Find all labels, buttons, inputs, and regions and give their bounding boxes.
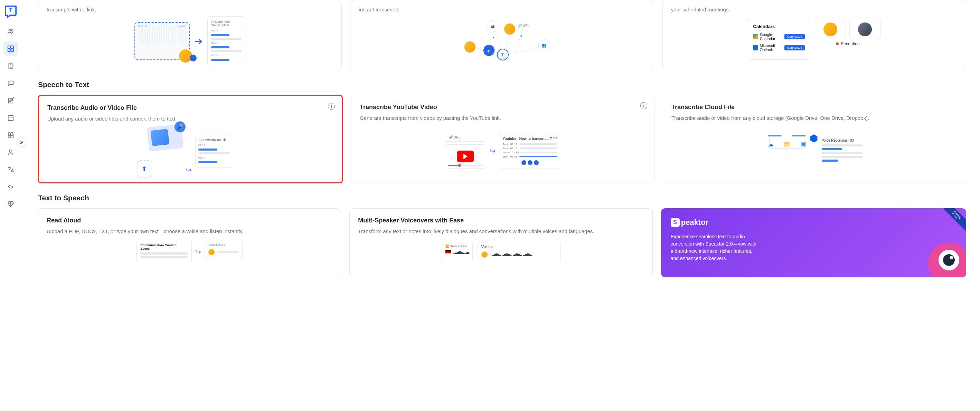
main-content: transcripts with a link. ● REC ➜ AI Gene… — [21, 0, 980, 291]
outlook-icon — [753, 45, 757, 51]
svg-rect-4 — [11, 46, 13, 48]
arrow-icon: ↪ — [186, 166, 192, 174]
play-icon — [457, 151, 474, 162]
avatar — [504, 23, 515, 35]
illustration-upload-file: 🎤 ⬆ ↪ 📄 Transcription File 01:12 01:12 — [47, 129, 334, 174]
dashboard-icon[interactable] — [3, 41, 18, 56]
card-share-transcripts[interactable]: transcripts with a link. ● REC ➜ AI Gene… — [38, 0, 342, 70]
url-label: 🔗 URL — [518, 24, 530, 28]
select-voice-label: Select Voice — [208, 243, 239, 247]
svg-point-9 — [10, 150, 12, 152]
avatar — [464, 41, 476, 53]
calendar-icon[interactable] — [3, 111, 18, 125]
edit-icon[interactable] — [3, 93, 18, 108]
app-logo-small: T — [497, 49, 509, 60]
svg-rect-7 — [8, 116, 13, 121]
section-text-to-speech: Text to Speech — [38, 194, 966, 202]
illustration-network: ▸ T 📹 👥 🔗 URL — [359, 19, 645, 63]
select-voice-label: 📶 Select Voice — [445, 244, 469, 248]
google-calendar-icon — [753, 34, 758, 40]
info-icon[interactable]: i — [640, 102, 647, 109]
recording-status: Recording — [836, 41, 860, 46]
avatar — [824, 22, 837, 36]
card-transcribe-file[interactable]: i Transcribe Audio or Video File Upload … — [38, 95, 343, 183]
arrow-icon: ↪ — [490, 147, 496, 155]
translate-icon[interactable] — [3, 162, 18, 177]
card-title: Multi-Speaker Voiceovers with Ease — [358, 217, 644, 224]
connected-badge: Connected — [784, 34, 805, 40]
card-scheduled-meetings[interactable]: your scheduled meetings. Calendars Googl… — [662, 0, 966, 70]
flag-germany-icon — [445, 250, 451, 254]
people-icon[interactable] — [3, 24, 18, 39]
coming-soon-badge: Coming Soon — [942, 208, 966, 232]
transcription-title: AI Generated Transcription — [211, 20, 242, 27]
gift-icon[interactable] — [3, 128, 18, 142]
promo-description: Experience seamless text-to-audio conver… — [671, 233, 757, 262]
avatar — [858, 22, 872, 36]
illustration-link-share: ● REC ➜ AI Generated Transcription 01:12… — [47, 19, 333, 63]
voices-label: Voices — [481, 244, 557, 249]
card-title: Read Aloud — [47, 217, 332, 224]
card-desc: Upload any audio or video files and conv… — [47, 115, 334, 123]
info-icon[interactable]: i — [328, 103, 335, 110]
youtube-transcript-title: Youtube - How to transcript... — [503, 137, 557, 141]
card-desc-fragment: transcripts with a link. — [47, 6, 333, 13]
card-title: Transcribe Audio or Video File — [47, 104, 334, 111]
voice-recording-label: Voice Recording - 03 — [822, 138, 862, 142]
video-icon: ▸ — [483, 44, 495, 56]
waveform-icon: ▁▃▅▇▅▃▁▃▅▇▅▃▁▃▅▇▅▃▁▃▅▇▅▃▁ — [490, 253, 533, 256]
arrow-icon: ➜ — [194, 36, 202, 47]
card-desc: Upload a PDF, DOCx, TXT, or type your ow… — [47, 228, 332, 236]
card-transcribe-youtube[interactable]: i Transcribe YouTube Video Generate tran… — [351, 95, 654, 183]
svg-rect-6 — [11, 49, 13, 51]
svg-rect-3 — [8, 46, 10, 48]
speaktor-logo: Speaktor — [671, 218, 956, 227]
svg-point-10 — [520, 35, 522, 36]
illustration-calendars: Calendars Google Calendar Connected Micr… — [671, 19, 958, 60]
svg-point-2 — [11, 30, 13, 32]
arrow-icon: ↪ — [195, 248, 201, 256]
section-speech-to-text: Speech to Text — [38, 81, 966, 89]
camera-icon — [190, 55, 197, 62]
teams-icon: 👥 — [538, 40, 550, 51]
document-icon[interactable] — [3, 59, 18, 73]
card-speaktor-promo[interactable]: Coming Soon Speaktor Experience seamless… — [661, 208, 966, 277]
google-calendar-label: Google Calendar — [760, 32, 784, 41]
card-desc: Transform any text or notes into lively … — [358, 228, 644, 236]
card-desc-fragment: instant transcripts. — [359, 6, 645, 13]
illustration-multi-speaker: 📶 Select Voice ▁▃▅▇▅▃▁▃▅ Voices ▁▃▅▇▅▃▁▃… — [358, 241, 644, 262]
app-logo[interactable]: T — [3, 4, 18, 19]
card-multi-speaker[interactable]: Multi-Speaker Voiceovers with Ease Trans… — [349, 208, 652, 277]
card-title: Transcribe YouTube Video — [360, 104, 646, 111]
plug-icon[interactable] — [3, 179, 18, 194]
profile-icon[interactable] — [3, 145, 18, 160]
mascot-illustration — [921, 236, 966, 277]
transcription-file-label: 📄 Transcription File — [198, 138, 230, 141]
card-transcribe-cloud[interactable]: Transcribe Cloud File Transcribe audio o… — [663, 95, 966, 183]
waveform-icon: ▁▃▅▇▅▃▁▃▅ — [453, 251, 469, 254]
outlook-label: Microsoft Outlook — [760, 43, 784, 52]
svg-point-1 — [9, 29, 11, 32]
illustration-youtube: 🔗 URL ↪ Youtube - How to transcript... J… — [360, 129, 646, 173]
card-desc: Transcribe audio or video from any cloud… — [671, 114, 958, 122]
content-speech-label: Communication Content Speech — [140, 243, 188, 251]
card-title: Transcribe Cloud File — [671, 104, 958, 111]
card-read-aloud[interactable]: Read Aloud Upload a PDF, DOCx, TXT, or t… — [38, 208, 341, 277]
diamond-icon[interactable] — [3, 197, 18, 211]
url-label: 🔗 URL — [445, 133, 486, 141]
card-desc: Generate transcripts from videos by past… — [360, 114, 646, 122]
calendars-heading: Calendars — [753, 24, 805, 29]
sidebar: T — [0, 0, 21, 291]
svg-rect-5 — [8, 49, 10, 51]
avatar — [481, 251, 488, 258]
chat-icon[interactable] — [3, 76, 18, 90]
svg-text:T: T — [9, 7, 13, 13]
youtube-player — [445, 144, 486, 168]
card-instant-transcripts[interactable]: instant transcripts. ▸ T 📹 👥 🔗 URL — [350, 0, 654, 70]
connected-badge: Connected — [784, 45, 805, 51]
upload-icon: ⬆ — [138, 160, 151, 178]
card-desc-fragment: your scheduled meetings. — [671, 6, 958, 13]
svg-point-11 — [493, 37, 494, 38]
avatar — [208, 249, 215, 255]
expand-sidebar-button[interactable] — [17, 138, 26, 147]
